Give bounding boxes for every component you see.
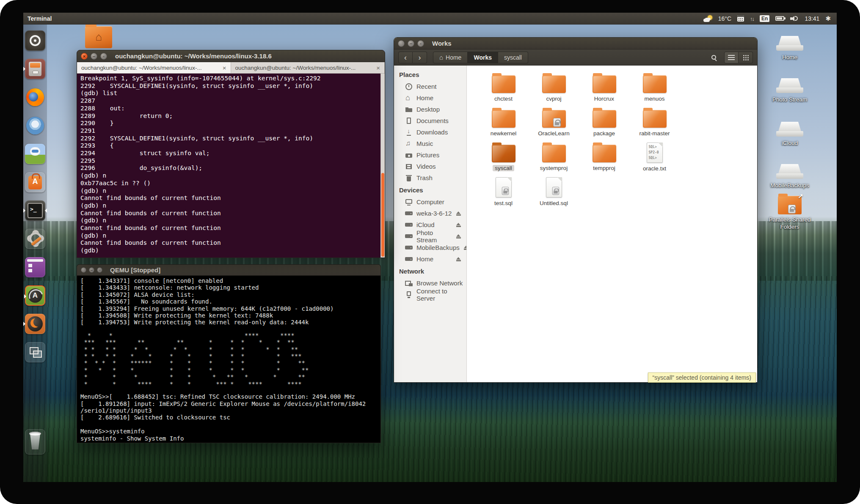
breadcrumb-syscall[interactable]: syscall bbox=[498, 52, 528, 63]
sidebar-item-pictures[interactable]: Pictures bbox=[394, 149, 466, 161]
breadcrumb-works[interactable]: Works bbox=[468, 52, 498, 63]
volume-icon[interactable] bbox=[790, 16, 799, 22]
weather-icon[interactable] bbox=[703, 15, 712, 22]
file-grid: chctest cvproj Horcrux menuos newkernel … bbox=[467, 66, 757, 382]
file-item-rabit-master[interactable]: rabit-master bbox=[629, 107, 680, 142]
forward-button[interactable]: › bbox=[413, 52, 427, 63]
launcher-item-files[interactable] bbox=[25, 59, 45, 79]
sidebar-item-home[interactable]: Home bbox=[394, 92, 466, 104]
file-manager-toolbar: ‹ › Home Works syscall bbox=[394, 49, 757, 66]
menuos-ascii-art: * * **** **** *** *** ** ** * * * * * **… bbox=[77, 328, 380, 392]
sidebar-item-trash[interactable]: Trash bbox=[394, 172, 466, 184]
keyboard-layout-indicator[interactable]: En bbox=[760, 15, 769, 22]
eject-icon[interactable] bbox=[456, 234, 461, 238]
launcher-item-trash[interactable] bbox=[25, 429, 45, 455]
launcher-item-dash-home[interactable] bbox=[25, 30, 45, 51]
launcher-item-purple-app[interactable] bbox=[25, 257, 45, 277]
temperature-indicator[interactable]: 16°C bbox=[718, 15, 731, 22]
launcher-item-chromium[interactable] bbox=[25, 115, 45, 136]
qemu-console-area[interactable]: [ 1.343371] console [netcon0] enabled [ … bbox=[77, 276, 380, 443]
tab-close-icon[interactable]: × bbox=[376, 64, 380, 71]
file-item-untitled-sql[interactable]: Untitled.sql bbox=[529, 176, 579, 211]
sidebar-item-photo-stream[interactable]: Photo Stream bbox=[394, 230, 466, 242]
launcher-item-thunderbird[interactable] bbox=[25, 314, 45, 334]
sidebar-item-weka-3-6-12[interactable]: weka-3-6-12 bbox=[394, 208, 466, 219]
minimize-button[interactable] bbox=[408, 40, 414, 47]
desktop-home-folder-icon[interactable] bbox=[85, 26, 112, 48]
file-item-chctest[interactable]: chctest bbox=[478, 72, 529, 107]
desktop-icon-home[interactable]: Home bbox=[761, 36, 818, 61]
maximize-button[interactable] bbox=[417, 40, 424, 47]
minimize-button[interactable] bbox=[91, 53, 97, 60]
eject-icon[interactable] bbox=[456, 211, 461, 216]
launcher-item-terminal[interactable] bbox=[25, 200, 45, 221]
file-item-systemproj[interactable]: systemproj bbox=[529, 142, 579, 176]
sidebar-item-computer[interactable]: Computer bbox=[394, 196, 466, 208]
share-arrow-icon: ↗ bbox=[798, 192, 803, 200]
close-button[interactable] bbox=[398, 40, 405, 47]
sidebar-item-videos[interactable]: Videos bbox=[394, 161, 466, 172]
close-button[interactable] bbox=[81, 53, 88, 60]
scrollbar-thumb[interactable] bbox=[381, 173, 384, 257]
file-item-tempproj[interactable]: tempproj bbox=[579, 142, 629, 176]
file-item-menuos[interactable]: menuos bbox=[629, 72, 680, 107]
sidebar-item-home-device[interactable]: Home bbox=[394, 253, 466, 265]
terminal-scrollbar[interactable] bbox=[380, 74, 385, 257]
file-item-oraclelearn[interactable]: OracleLearn bbox=[529, 107, 579, 142]
breadcrumb-home[interactable]: Home bbox=[433, 52, 468, 63]
sidebar-item-music[interactable]: Music bbox=[394, 138, 466, 149]
launcher-item-kylin-assistant[interactable] bbox=[25, 144, 45, 164]
file-item-syscall[interactable]: syscall bbox=[478, 142, 529, 176]
session-gear-icon[interactable] bbox=[825, 15, 831, 22]
back-button[interactable]: ‹ bbox=[398, 52, 413, 63]
desktop-icon-parallels-shared-folders[interactable]: ↗ Parallels Shared Folders bbox=[761, 196, 818, 231]
eject-icon[interactable] bbox=[463, 246, 467, 250]
running-indicator-icon bbox=[24, 294, 26, 299]
tab-close-icon[interactable]: × bbox=[223, 64, 226, 71]
list-view-button[interactable] bbox=[724, 52, 739, 63]
launcher-item-workspace-switcher[interactable] bbox=[25, 342, 45, 362]
maximize-button[interactable] bbox=[97, 267, 102, 273]
network-arrows-icon[interactable] bbox=[750, 15, 754, 22]
sidebar-item-desktop[interactable]: Desktop bbox=[394, 104, 466, 115]
maximize-button[interactable] bbox=[100, 53, 107, 60]
clock[interactable]: 13:41 bbox=[805, 15, 819, 22]
launcher-item-software-updater[interactable] bbox=[25, 285, 45, 306]
sidebar-item-recent[interactable]: Recent bbox=[394, 81, 466, 92]
terminal-titlebar[interactable]: ouchangkun@ubuntu: ~/Works/menuos/linux-… bbox=[77, 50, 385, 62]
calendar-icon[interactable] bbox=[737, 15, 744, 22]
sidebar-item-downloads[interactable]: Downloads bbox=[394, 126, 466, 138]
terminal-tab-2[interactable]: ouchangkun@ubuntu: ~/Works/menuos/linux-… bbox=[231, 62, 385, 73]
launcher-item-software-center[interactable] bbox=[25, 172, 45, 192]
minimize-button[interactable] bbox=[89, 267, 94, 273]
sidebar-item-label: Downloads bbox=[416, 129, 448, 136]
file-label: rabit-master bbox=[639, 130, 670, 137]
qemu-titlebar[interactable]: QEMU [Stopped] bbox=[77, 265, 380, 276]
terminal-content-area[interactable]: Breakpoint 1, SyS_sysinfo (info=-1074655… bbox=[77, 74, 385, 257]
launcher-item-system-settings[interactable] bbox=[25, 229, 45, 249]
sidebar-item-connect-to-server[interactable]: Connect to Server bbox=[394, 289, 466, 300]
close-button[interactable] bbox=[81, 267, 86, 273]
file-item-oracle-txt[interactable]: SQL> SP2-0 SQL>oracle.txt bbox=[629, 142, 680, 176]
sidebar-item-mobilebackups[interactable]: MobileBackups bbox=[394, 242, 466, 253]
battery-icon[interactable] bbox=[775, 16, 784, 21]
file-item-cvproj[interactable]: cvproj bbox=[529, 72, 579, 107]
file-item-horcrux[interactable]: Horcrux bbox=[579, 72, 629, 107]
grid-view-button[interactable] bbox=[739, 52, 753, 63]
unity-launcher bbox=[23, 25, 47, 482]
file-item-test-sql[interactable]: test.sql bbox=[478, 176, 529, 211]
launcher-item-firefox[interactable] bbox=[25, 87, 45, 107]
file-item-package[interactable]: package bbox=[579, 107, 629, 142]
desktop-icon-mobilebackups[interactable]: MobileBackups bbox=[761, 164, 818, 189]
eject-icon[interactable] bbox=[456, 257, 461, 261]
eject-icon[interactable] bbox=[456, 223, 461, 227]
file-manager-titlebar[interactable]: Works bbox=[394, 38, 757, 49]
breadcrumb-label: syscall bbox=[504, 54, 522, 61]
file-item-newkernel[interactable]: newkernel bbox=[478, 107, 529, 142]
terminal-tab-1[interactable]: ouchangkun@ubuntu: ~/Works/menuos/linux-… bbox=[77, 62, 231, 73]
search-button[interactable] bbox=[707, 52, 720, 63]
desktop-icon-icloud[interactable]: iCloud bbox=[761, 122, 818, 147]
sidebar-item-documents[interactable]: Documents bbox=[394, 115, 466, 126]
desktop-icon-photo-stream[interactable]: Photo Stream bbox=[761, 78, 818, 104]
sidebar-section-header: Network bbox=[394, 265, 466, 277]
